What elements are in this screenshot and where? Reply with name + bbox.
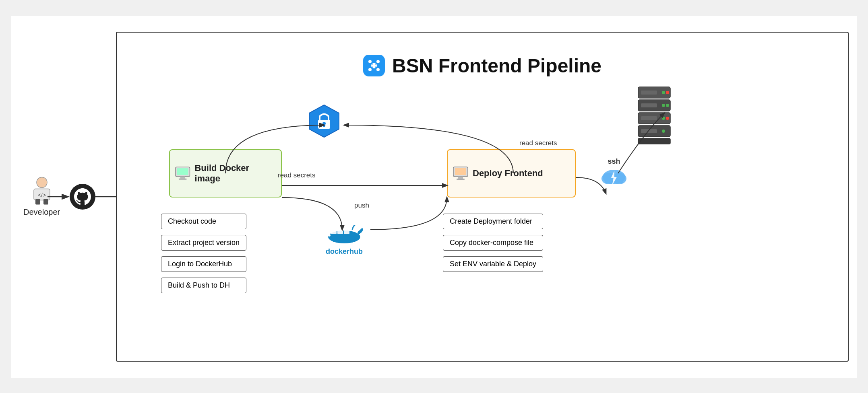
svg-rect-19 bbox=[323, 124, 325, 127]
svg-rect-53 bbox=[641, 91, 657, 95]
arrow-dev-github bbox=[48, 193, 72, 201]
step-checkout: Checkout code bbox=[161, 214, 246, 229]
dockerhub-section: dockerhub bbox=[322, 218, 366, 256]
svg-point-46 bbox=[662, 91, 665, 94]
monitor-icon-build bbox=[175, 166, 190, 181]
svg-rect-30 bbox=[337, 230, 343, 234]
github-svg bbox=[74, 188, 91, 205]
server-section bbox=[632, 85, 676, 147]
dockerhub-label: dockerhub bbox=[326, 247, 363, 256]
diagram-border: BSN Frontend Pipeline bbox=[116, 32, 849, 362]
step-set-env: Set ENV variable & Deploy bbox=[443, 256, 543, 272]
svg-point-50 bbox=[662, 117, 665, 120]
svg-point-0 bbox=[37, 177, 47, 187]
label-read-secrets-right: read secrets bbox=[519, 139, 557, 147]
svg-point-11 bbox=[376, 68, 380, 71]
svg-point-10 bbox=[368, 68, 372, 71]
build-docker-label: Build Docker image bbox=[194, 163, 276, 184]
svg-rect-23 bbox=[179, 178, 187, 179]
svg-rect-56 bbox=[641, 129, 657, 133]
svg-point-35 bbox=[328, 234, 331, 237]
step-login-dockerhub: Login to DockerHub bbox=[161, 256, 246, 272]
vault-section bbox=[306, 103, 342, 139]
monitor-icon-deploy bbox=[453, 166, 469, 181]
step-extract-version: Extract project version bbox=[161, 235, 246, 251]
step-create-deployment: Create Deployment folder bbox=[443, 214, 543, 229]
server-icon bbox=[632, 85, 676, 145]
svg-rect-27 bbox=[457, 179, 465, 180]
ssh-section: ssh bbox=[600, 157, 628, 188]
dockerhub-icon bbox=[322, 218, 366, 246]
steps-left-container: Checkout code Extract project version Lo… bbox=[161, 214, 246, 293]
svg-rect-25 bbox=[455, 168, 466, 175]
svg-rect-31 bbox=[344, 230, 349, 234]
deploy-frontend-box: Deploy Frontend bbox=[447, 149, 576, 198]
svg-rect-45 bbox=[638, 138, 670, 144]
deploy-frontend-label: Deploy Frontend bbox=[473, 168, 543, 179]
svg-rect-54 bbox=[641, 103, 657, 107]
outer-container: </> Developer bbox=[11, 16, 857, 378]
title-area: BSN Frontend Pipeline bbox=[117, 55, 848, 77]
svg-rect-55 bbox=[641, 116, 657, 120]
ssh-cloud-icon bbox=[600, 166, 628, 188]
svg-point-8 bbox=[368, 60, 372, 63]
svg-rect-21 bbox=[177, 168, 188, 175]
svg-point-49 bbox=[666, 104, 669, 107]
label-read-secrets-left: read secrets bbox=[278, 171, 316, 179]
svg-point-48 bbox=[662, 104, 665, 107]
ci-icon bbox=[367, 58, 381, 73]
step-build-push: Build & Push to DH bbox=[161, 278, 246, 293]
page-title: BSN Frontend Pipeline bbox=[392, 55, 601, 77]
github-icon bbox=[70, 184, 95, 210]
svg-rect-33 bbox=[344, 225, 349, 229]
svg-point-47 bbox=[666, 91, 669, 94]
svg-rect-32 bbox=[337, 225, 343, 229]
github-section bbox=[70, 184, 95, 210]
pipeline-icon bbox=[363, 55, 385, 76]
developer-label: Developer bbox=[23, 207, 60, 216]
svg-rect-22 bbox=[180, 176, 185, 178]
svg-point-52 bbox=[662, 130, 665, 133]
build-docker-box: Build Docker image bbox=[169, 149, 282, 198]
svg-text:</>: </> bbox=[37, 191, 45, 198]
svg-rect-3 bbox=[35, 199, 40, 204]
step-copy-docker-compose: Copy docker-compose file bbox=[443, 235, 543, 251]
steps-right-container: Create Deployment folder Copy docker-com… bbox=[443, 214, 543, 272]
vault-icon bbox=[306, 103, 342, 139]
svg-point-9 bbox=[376, 60, 380, 63]
label-push: push bbox=[354, 202, 369, 210]
ssh-label: ssh bbox=[608, 157, 620, 166]
svg-rect-26 bbox=[458, 177, 463, 179]
svg-point-51 bbox=[666, 117, 669, 120]
svg-rect-29 bbox=[331, 230, 337, 234]
svg-rect-34 bbox=[344, 220, 349, 224]
developer-icon: </> bbox=[30, 177, 54, 205]
